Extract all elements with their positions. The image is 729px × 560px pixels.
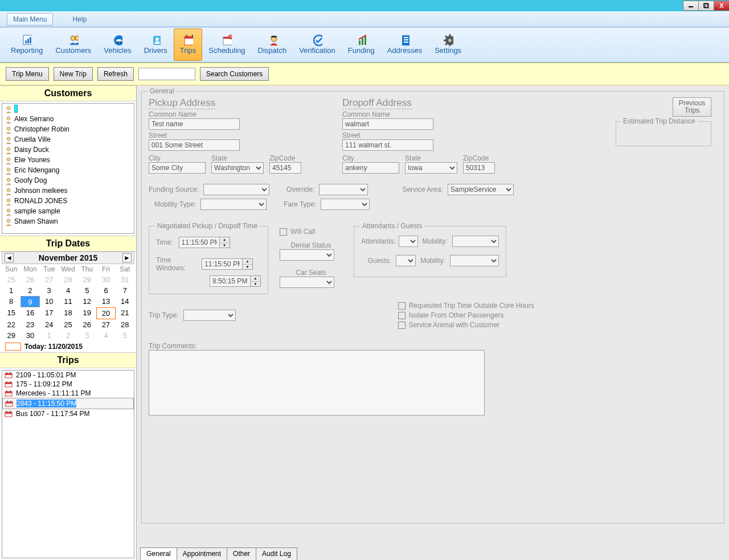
calendar-day[interactable]: 25 [59, 319, 77, 330]
tab-general[interactable]: General [140, 547, 177, 560]
calendar-day[interactable]: 12 [77, 296, 96, 307]
calendar-day[interactable]: 22 [2, 319, 21, 330]
trip-menu-button[interactable]: Trip Menu [6, 67, 49, 81]
close-button[interactable]: X [714, 1, 729, 11]
customer-item[interactable]: Alex Serrano [2, 114, 134, 124]
calendar-day[interactable]: 29 [77, 274, 96, 285]
calendar-day[interactable]: 27 [40, 274, 59, 285]
new-trip-button[interactable]: New Trip [54, 67, 93, 81]
customer-item[interactable]: Shawn Shawn [2, 216, 134, 227]
calendar-day[interactable]: 2 [59, 330, 77, 341]
attendants-count-select[interactable] [399, 236, 418, 247]
time-input[interactable]: ▲▼ [179, 237, 230, 248]
calendar-day[interactable]: 9 [21, 296, 39, 307]
pickup-city-input[interactable] [149, 162, 206, 174]
calendar-day[interactable]: 18 [59, 307, 77, 319]
trip-item[interactable]: Bus 1007 - 11:17:54 PM [2, 409, 134, 418]
tab-other[interactable]: Other [227, 547, 256, 560]
calendar-day[interactable]: 27 [96, 319, 115, 330]
calendar-day[interactable]: 16 [21, 307, 39, 319]
trip-item[interactable]: 2843 - 11:15:50 PM [2, 398, 134, 409]
calendar-day[interactable]: 2 [21, 285, 39, 296]
maximize-button[interactable] [698, 1, 714, 11]
override-select[interactable] [319, 184, 368, 195]
customer-item[interactable]: Christopher Robin [2, 124, 134, 134]
customer-item[interactable]: Eric Ndengang [2, 165, 134, 175]
pickup-common-name-input[interactable] [149, 118, 240, 130]
calendar-day[interactable]: 24 [40, 319, 59, 330]
calendar-day[interactable]: 15 [2, 307, 21, 319]
car-seats-select[interactable] [280, 277, 334, 288]
calendar-day[interactable]: 30 [21, 330, 39, 341]
tool-trips[interactable]: Trips [174, 28, 202, 61]
pickup-state-select[interactable]: Washington [211, 162, 264, 174]
service-animal-checkbox[interactable]: Service Animal with Customer [398, 321, 534, 329]
calendar-day[interactable]: 5 [116, 330, 134, 341]
trip-type-select[interactable] [183, 310, 236, 321]
calendar-day[interactable]: 26 [21, 274, 39, 285]
menu-main[interactable]: Main Menu [7, 13, 53, 26]
guests-count-select[interactable] [396, 255, 416, 266]
funding-source-select[interactable] [203, 184, 269, 195]
time-window-start-input[interactable]: ▲▼ [202, 258, 253, 270]
tool-drivers[interactable]: Drivers [138, 28, 174, 61]
tab-appointment[interactable]: Appointment [177, 547, 227, 560]
calendar-day[interactable]: 4 [59, 285, 77, 296]
dropoff-state-select[interactable]: Iowa [405, 162, 457, 174]
tool-settings[interactable]: Settings [428, 28, 468, 61]
calendar-day[interactable]: 11 [59, 296, 77, 307]
pickup-zip-input[interactable] [269, 162, 301, 174]
trip-item[interactable]: 2109 - 11:05:01 PM [2, 370, 134, 380]
time-window-end-input[interactable]: ▲▼ [210, 275, 261, 287]
calendar-day[interactable]: 10 [40, 296, 59, 307]
guests-mobility-select[interactable] [450, 255, 499, 266]
calendar-day[interactable]: 5 [77, 285, 96, 296]
pickup-street-input[interactable] [149, 139, 240, 151]
customers-list[interactable]: Alex SerranoChristopher RobinCruella Vil… [2, 103, 134, 234]
dropoff-zip-input[interactable] [463, 162, 495, 174]
menu-help[interactable]: Help [69, 14, 90, 25]
search-input[interactable] [138, 68, 195, 80]
calendar-day[interactable]: 28 [116, 319, 134, 330]
calendar-day[interactable]: 8 [2, 296, 21, 307]
calendar-day[interactable]: 6 [96, 285, 115, 296]
isolate-checkbox[interactable]: Isolate From Other Passengers [398, 311, 534, 319]
calendar-today-row[interactable]: Today: 11/20/2015 [2, 341, 134, 352]
customer-item[interactable]: Johnson melkees [2, 186, 134, 196]
calendar-day[interactable]: 31 [116, 274, 134, 285]
fare-type-select[interactable] [321, 199, 370, 210]
calendar-day[interactable]: 13 [96, 296, 115, 307]
calendar-day[interactable]: 3 [77, 330, 96, 341]
calendar-day[interactable]: 1 [2, 285, 21, 296]
dropoff-common-name-input[interactable] [342, 118, 433, 130]
calendar-day[interactable]: 14 [116, 296, 134, 307]
tool-addresses[interactable]: Addresses [381, 28, 428, 61]
service-area-select[interactable]: SampleService [448, 184, 514, 195]
calendar-day[interactable]: 21 [116, 307, 134, 319]
calendar-day[interactable]: 17 [40, 307, 59, 319]
tab-audit-log[interactable]: Audit Log [256, 547, 297, 560]
tool-reporting[interactable]: Reporting [5, 28, 49, 61]
mobility-type-select[interactable] [200, 199, 267, 210]
trip-item[interactable]: Mercedes - 11:11:11 PM [2, 389, 134, 398]
trips-list[interactable]: 2109 - 11:05:01 PM175 - 11:09:12 PMMerce… [2, 370, 134, 558]
calendar-day[interactable]: 19 [77, 307, 96, 319]
customer-item[interactable]: Goofy Dog [2, 175, 134, 186]
calendar-day[interactable]: 26 [77, 319, 96, 330]
refresh-button[interactable]: Refresh [97, 67, 134, 81]
denial-status-select[interactable] [280, 249, 334, 261]
calendar-day[interactable]: 23 [21, 319, 39, 330]
tool-vehicles[interactable]: Vehicles [97, 28, 137, 61]
customer-item[interactable] [2, 104, 134, 114]
customer-item[interactable]: RONALD JONES [2, 196, 134, 206]
calendar-day[interactable]: 4 [96, 330, 115, 341]
customer-item[interactable]: Cruella Ville [2, 134, 134, 145]
calendar-next-button[interactable]: ► [122, 253, 132, 262]
minimize-button[interactable] [683, 1, 699, 11]
calendar-day[interactable]: 25 [2, 274, 21, 285]
tool-scheduling[interactable]: Scheduling [202, 28, 251, 61]
trip-comments-textarea[interactable] [149, 350, 485, 415]
tool-dispatch[interactable]: Dispatch [252, 28, 293, 61]
calendar-day[interactable]: 30 [96, 274, 115, 285]
calendar-day[interactable]: 20 [96, 307, 115, 319]
